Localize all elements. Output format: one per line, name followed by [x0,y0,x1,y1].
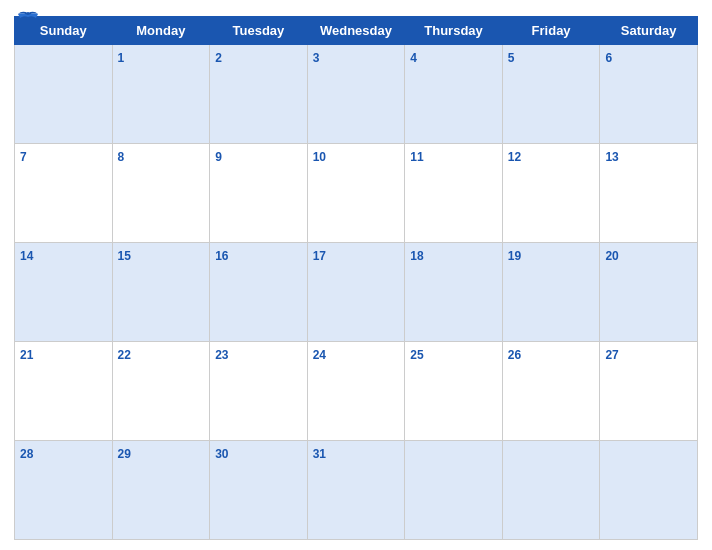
day-number: 4 [410,51,417,65]
day-number: 9 [215,150,222,164]
week-row-5: 28293031 [15,441,698,540]
calendar-cell: 3 [307,45,405,144]
day-number: 18 [410,249,423,263]
day-number: 27 [605,348,618,362]
day-number: 14 [20,249,33,263]
calendar-cell: 26 [502,342,600,441]
calendar-cell: 18 [405,243,503,342]
day-number: 24 [313,348,326,362]
calendar-cell: 15 [112,243,210,342]
logo-icon [14,10,42,32]
calendar-cell: 19 [502,243,600,342]
calendar-cell: 23 [210,342,308,441]
calendar-cell: 14 [15,243,113,342]
calendar-cell: 9 [210,144,308,243]
calendar-cell: 5 [502,45,600,144]
calendar-cell: 17 [307,243,405,342]
calendar-cell: 31 [307,441,405,540]
week-row-1: 123456 [15,45,698,144]
calendar-cell [405,441,503,540]
week-row-2: 78910111213 [15,144,698,243]
calendar-cell: 21 [15,342,113,441]
calendar-cell: 30 [210,441,308,540]
calendar-cell [600,441,698,540]
day-header-monday: Monday [112,17,210,45]
calendar-cell: 16 [210,243,308,342]
day-number: 20 [605,249,618,263]
day-number: 16 [215,249,228,263]
day-number: 12 [508,150,521,164]
calendar-body: 1234567891011121314151617181920212223242… [15,45,698,540]
day-header-wednesday: Wednesday [307,17,405,45]
day-number: 6 [605,51,612,65]
days-header-row: SundayMondayTuesdayWednesdayThursdayFrid… [15,17,698,45]
calendar-cell: 2 [210,45,308,144]
day-number: 21 [20,348,33,362]
calendar-cell: 10 [307,144,405,243]
day-number: 5 [508,51,515,65]
day-number: 7 [20,150,27,164]
calendar-cell: 24 [307,342,405,441]
calendar-cell: 13 [600,144,698,243]
calendar-cell: 4 [405,45,503,144]
day-number: 17 [313,249,326,263]
calendar-cell: 8 [112,144,210,243]
day-header-thursday: Thursday [405,17,503,45]
week-row-3: 14151617181920 [15,243,698,342]
calendar-cell: 27 [600,342,698,441]
day-number: 8 [118,150,125,164]
calendar-cell: 25 [405,342,503,441]
calendar-wrapper: SundayMondayTuesdayWednesdayThursdayFrid… [0,0,712,550]
day-number: 22 [118,348,131,362]
day-number: 26 [508,348,521,362]
calendar-cell: 22 [112,342,210,441]
calendar-cell: 7 [15,144,113,243]
calendar-cell: 12 [502,144,600,243]
day-number: 13 [605,150,618,164]
calendar-cell: 28 [15,441,113,540]
day-number: 15 [118,249,131,263]
day-header-saturday: Saturday [600,17,698,45]
day-number: 25 [410,348,423,362]
day-number: 29 [118,447,131,461]
day-number: 31 [313,447,326,461]
day-header-friday: Friday [502,17,600,45]
day-number: 10 [313,150,326,164]
week-row-4: 21222324252627 [15,342,698,441]
day-number: 30 [215,447,228,461]
calendar-table: SundayMondayTuesdayWednesdayThursdayFrid… [14,16,698,540]
calendar-cell [15,45,113,144]
day-number: 3 [313,51,320,65]
day-number: 1 [118,51,125,65]
day-number: 28 [20,447,33,461]
logo [14,10,46,32]
day-number: 23 [215,348,228,362]
day-number: 11 [410,150,423,164]
calendar-cell: 1 [112,45,210,144]
day-header-tuesday: Tuesday [210,17,308,45]
calendar-cell [502,441,600,540]
day-number: 19 [508,249,521,263]
calendar-cell: 20 [600,243,698,342]
calendar-cell: 6 [600,45,698,144]
day-number: 2 [215,51,222,65]
calendar-cell: 11 [405,144,503,243]
calendar-cell: 29 [112,441,210,540]
